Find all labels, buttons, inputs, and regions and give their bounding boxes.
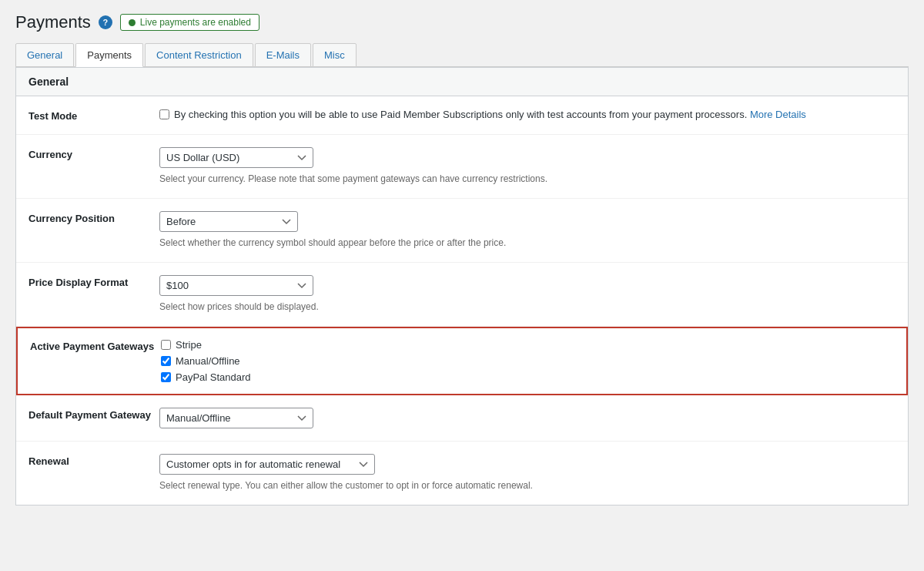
paypal-gateway-item: PayPal Standard — [161, 371, 894, 383]
test-mode-description: By checking this option you will be able… — [174, 109, 806, 120]
currency-description: Select your currency. Please note that s… — [159, 172, 896, 186]
settings-card: General Test Mode By checking this optio… — [15, 67, 909, 506]
stripe-gateway-item: Stripe — [161, 339, 894, 351]
renewal-content: Customer opts in for automatic renewal F… — [159, 454, 896, 492]
gateways-checkbox-group: Stripe Manual/Offline PayPal Standard — [161, 339, 894, 383]
test-mode-label: Test Mode — [28, 109, 159, 122]
renewal-description: Select renewal type. You can either allo… — [159, 479, 896, 492]
active-payment-gateways-content: Stripe Manual/Offline PayPal Standard — [161, 339, 894, 383]
section-header-general: General — [16, 68, 908, 96]
default-payment-gateway-content: Manual/Offline PayPal Standard Stripe — [159, 408, 896, 428]
live-status-badge: Live payments are enabled — [120, 14, 259, 31]
test-mode-content: By checking this option you will be able… — [159, 109, 896, 120]
test-mode-desc-text: By checking this option you will be able… — [174, 109, 747, 120]
settings-tabs: General Payments Content Restriction E-M… — [15, 43, 909, 67]
default-payment-gateway-label: Default Payment Gateway — [28, 408, 159, 421]
currency-position-content: Before After Select whether the currency… — [159, 211, 896, 250]
more-details-link[interactable]: More Details — [750, 109, 806, 120]
status-dot — [129, 19, 136, 26]
renewal-select[interactable]: Customer opts in for automatic renewal F… — [159, 454, 375, 475]
price-display-format-description: Select how prices should be displayed. — [159, 300, 896, 314]
manual-checkbox[interactable] — [161, 356, 171, 366]
active-payment-gateways-label: Active Payment Gateways — [30, 339, 161, 352]
paypal-label[interactable]: PayPal Standard — [176, 371, 251, 383]
default-payment-gateway-row: Default Payment Gateway Manual/Offline P… — [16, 395, 908, 442]
test-mode-row: Test Mode By checking this option you wi… — [16, 96, 908, 135]
page-title: Payments — [15, 12, 91, 32]
default-payment-gateway-select[interactable]: Manual/Offline PayPal Standard Stripe — [159, 408, 313, 428]
active-payment-gateways-row: Active Payment Gateways Stripe Manual/Of… — [16, 327, 908, 395]
test-mode-checkbox[interactable] — [159, 109, 169, 119]
currency-position-description: Select whether the currency symbol shoul… — [159, 236, 896, 250]
test-mode-check-line: By checking this option you will be able… — [159, 109, 806, 120]
price-display-format-row: Price Display Format $100 $ 100 100$ 100… — [16, 263, 908, 327]
tab-general[interactable]: General — [15, 43, 74, 67]
page-wrapper: Payments ? Live payments are enabled Gen… — [0, 0, 924, 571]
tab-misc[interactable]: Misc — [313, 43, 357, 67]
manual-gateway-item: Manual/Offline — [161, 355, 894, 367]
currency-position-row: Currency Position Before After Select wh… — [16, 199, 908, 263]
tab-payments[interactable]: Payments — [75, 43, 143, 67]
manual-label[interactable]: Manual/Offline — [176, 355, 240, 367]
paypal-checkbox[interactable] — [161, 372, 171, 382]
page-header: Payments ? Live payments are enabled — [15, 12, 909, 32]
renewal-row: Renewal Customer opts in for automatic r… — [16, 442, 908, 505]
stripe-label[interactable]: Stripe — [176, 339, 202, 351]
currency-content: US Dollar (USD) Euro (EUR) British Pound… — [159, 147, 896, 186]
tab-content-restriction[interactable]: Content Restriction — [145, 43, 253, 67]
price-display-format-content: $100 $ 100 100$ 100 $ Select how prices … — [159, 275, 896, 314]
help-icon[interactable]: ? — [99, 15, 112, 29]
stripe-checkbox[interactable] — [161, 340, 171, 350]
price-display-format-select[interactable]: $100 $ 100 100$ 100 $ — [159, 275, 313, 296]
currency-select[interactable]: US Dollar (USD) Euro (EUR) British Pound… — [159, 147, 313, 168]
tab-e-mails[interactable]: E-Mails — [255, 43, 311, 67]
currency-label: Currency — [28, 147, 159, 160]
currency-row: Currency US Dollar (USD) Euro (EUR) Brit… — [16, 135, 908, 199]
currency-position-select[interactable]: Before After — [159, 211, 298, 232]
renewal-label: Renewal — [28, 454, 159, 467]
status-badge-label: Live payments are enabled — [140, 17, 251, 28]
currency-position-label: Currency Position — [28, 211, 159, 224]
price-display-format-label: Price Display Format — [28, 275, 159, 288]
